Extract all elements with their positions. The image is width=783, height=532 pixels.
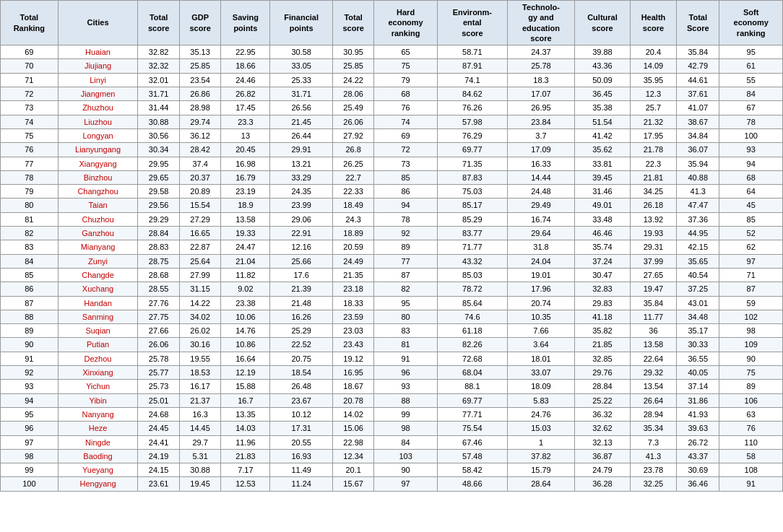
table-row: 89Suqian27.6626.0214.7625.2923.038361.18… <box>1 324 783 338</box>
table-row: 90Putian26.0630.1610.8622.5223.438182.26… <box>1 338 783 352</box>
table-cell: 65 <box>374 45 437 59</box>
table-cell: 18.09 <box>507 380 574 393</box>
table-cell: 34.84 <box>677 128 719 142</box>
table-cell: 21.45 <box>270 115 332 128</box>
table-cell: 26.56 <box>270 101 332 115</box>
column-header-6: Totalscore <box>332 1 373 45</box>
table-cell: 28.06 <box>332 87 373 101</box>
table-row: 73Zhuzhou31.4428.9817.4526.5625.497676.2… <box>1 101 783 115</box>
table-cell: 30.34 <box>138 143 179 157</box>
table-cell: 97 <box>374 477 437 491</box>
table-cell: 24.45 <box>138 422 179 435</box>
table-cell: 23.03 <box>332 324 373 338</box>
table-cell: 17.07 <box>507 87 574 101</box>
table-cell: 29.58 <box>138 185 179 199</box>
table-cell: 55 <box>719 73 783 87</box>
table-cell: 96 <box>1 422 59 435</box>
table-cell: 40.54 <box>677 268 719 282</box>
table-cell: 26.82 <box>221 87 270 101</box>
table-cell: 91 <box>1 352 59 365</box>
table-cell: 29.7 <box>179 435 220 449</box>
table-cell: 25.33 <box>270 73 332 87</box>
table-cell: 26.8 <box>332 143 373 157</box>
table-cell: 84 <box>374 435 437 449</box>
table-cell: 23.54 <box>179 73 220 87</box>
table-cell: 36.46 <box>677 477 719 491</box>
table-cell: 31.71 <box>138 87 179 101</box>
table-cell: 5.31 <box>179 449 220 463</box>
table-cell: 39.88 <box>575 45 631 59</box>
table-cell: 23.19 <box>221 185 270 199</box>
table-row: 74Liuzhou30.8829.7423.321.4526.067457.98… <box>1 115 783 128</box>
table-cell: 69 <box>1 45 59 59</box>
table-row: 92Xinxiang25.7718.5312.1918.5416.959668.… <box>1 366 783 380</box>
table-cell: 41.3 <box>677 185 719 199</box>
table-cell: 41.93 <box>677 407 719 421</box>
rankings-table: TotalRankingCitiesTotalscoreGDPscoreSavi… <box>0 0 783 492</box>
table-cell: Yichun <box>58 380 138 393</box>
table-cell: 88.1 <box>437 380 507 393</box>
table-cell: 19.55 <box>179 352 220 365</box>
table-cell: 45 <box>719 199 783 212</box>
table-cell: 18.49 <box>332 199 373 212</box>
table-cell: 12.16 <box>270 240 332 254</box>
table-cell: 24.47 <box>221 240 270 254</box>
table-cell: 19.93 <box>630 227 676 240</box>
table-cell: 68 <box>374 87 437 101</box>
table-cell: 76 <box>374 101 437 115</box>
table-cell: Ganzhou <box>58 227 138 240</box>
table-cell: 68 <box>719 170 783 184</box>
table-row: 85Changde28.6827.9911.8217.621.358785.03… <box>1 268 783 282</box>
table-cell: 31.71 <box>270 87 332 101</box>
column-header-11: Healthscore <box>630 1 676 45</box>
table-cell: 16.17 <box>179 380 220 393</box>
table-cell: 20.1 <box>332 463 373 477</box>
table-cell: 18.67 <box>332 380 373 393</box>
table-cell: 37.14 <box>677 380 719 393</box>
table-cell: 32.32 <box>138 59 179 73</box>
table-row: 91Dezhou25.7819.5516.6420.7519.129172.68… <box>1 352 783 365</box>
table-cell: 36.32 <box>575 407 631 421</box>
table-cell: 31.8 <box>507 240 574 254</box>
table-cell: 78 <box>719 115 783 128</box>
table-cell: 57.48 <box>437 449 507 463</box>
table-cell: 79 <box>1 185 59 199</box>
table-cell: 26.44 <box>270 128 332 142</box>
table-cell: 22.7 <box>332 170 373 184</box>
table-cell: 1 <box>507 435 574 449</box>
table-cell: 16.93 <box>270 449 332 463</box>
table-cell: 29.83 <box>575 296 631 310</box>
table-cell: Binzhou <box>58 170 138 184</box>
table-cell: 33.81 <box>575 157 631 170</box>
table-cell: 73 <box>1 101 59 115</box>
table-cell: 19.01 <box>507 268 574 282</box>
table-cell: 11.77 <box>630 310 676 323</box>
table-cell: 92 <box>374 227 437 240</box>
table-cell: 3.7 <box>507 128 574 142</box>
table-cell: 17.31 <box>270 422 332 435</box>
table-cell: 61 <box>719 59 783 73</box>
table-cell: 110 <box>719 435 783 449</box>
table-cell: 25.85 <box>332 59 373 73</box>
table-row: 94Yibin25.0121.3716.723.6720.788869.775.… <box>1 393 783 407</box>
table-cell: 84 <box>719 87 783 101</box>
table-cell: 80 <box>1 199 59 212</box>
table-cell: 29.06 <box>270 212 332 226</box>
table-cell: 15.06 <box>332 422 373 435</box>
table-cell: 37.82 <box>507 449 574 463</box>
table-cell: 36 <box>630 324 676 338</box>
table-cell: 93 <box>719 143 783 157</box>
table-cell: Dezhou <box>58 352 138 365</box>
table-cell: 52 <box>719 227 783 240</box>
table-cell: 33.05 <box>270 59 332 73</box>
table-cell: 25.77 <box>138 366 179 380</box>
table-cell: 18.89 <box>332 227 373 240</box>
table-cell: 96 <box>374 366 437 380</box>
table-cell: Suqian <box>58 324 138 338</box>
table-cell: 33.07 <box>507 366 574 380</box>
table-cell: 30.88 <box>179 463 220 477</box>
column-header-3: GDPscore <box>179 1 220 45</box>
table-cell: 25.29 <box>270 324 332 338</box>
table-cell: 41.42 <box>575 128 631 142</box>
table-cell: 67 <box>719 101 783 115</box>
